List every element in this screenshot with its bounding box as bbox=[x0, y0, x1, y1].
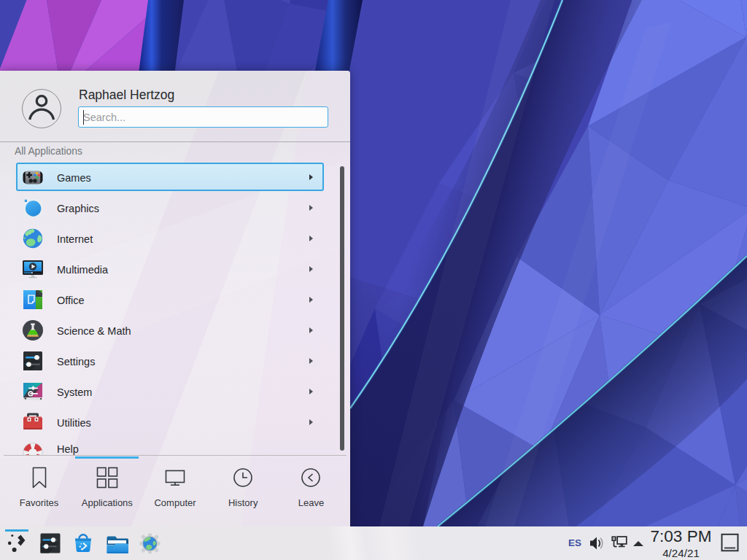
menu-item-label: Settings bbox=[57, 356, 95, 368]
submenu-arrow-icon bbox=[309, 266, 313, 272]
kickoff-header: Raphael Hertzog bbox=[0, 71, 350, 141]
submenu-arrow-icon bbox=[309, 389, 313, 394]
leave-icon bbox=[299, 466, 322, 489]
graphics-icon bbox=[21, 196, 44, 219]
menu-item-help[interactable]: Help bbox=[0, 438, 350, 456]
menu-item-label: Office bbox=[57, 295, 85, 306]
menu-item-label: Graphics bbox=[57, 203, 99, 214]
vertical-scrollbar[interactable] bbox=[340, 166, 344, 451]
menu-item-internet[interactable]: Internet bbox=[0, 223, 350, 254]
app-category-list: Games Graphics bbox=[0, 162, 350, 456]
section-label: All Applications bbox=[15, 146, 82, 157]
taskbar: ES 7:03 PM 4/24/21 bbox=[0, 526, 747, 560]
user-avatar[interactable] bbox=[22, 89, 61, 128]
menu-item-multimedia[interactable]: Multimedia bbox=[0, 254, 350, 284]
tab-favorites[interactable]: Favorites bbox=[5, 458, 73, 526]
list-bottom-separator bbox=[4, 455, 347, 456]
clock-date: 4/24/21 bbox=[646, 548, 716, 559]
submenu-arrow-icon bbox=[309, 205, 313, 211]
tab-label: History bbox=[228, 497, 258, 508]
desktop: Raphael Hertzog All Applications bbox=[0, 0, 747, 560]
menu-item-system[interactable]: System bbox=[0, 376, 350, 407]
globe-icon bbox=[21, 227, 44, 250]
menu-item-label: Help bbox=[57, 443, 79, 455]
menu-item-utilities[interactable]: Utilities bbox=[0, 407, 350, 438]
submenu-arrow-icon bbox=[309, 327, 313, 333]
computer-icon bbox=[163, 466, 187, 489]
network-icon[interactable] bbox=[611, 536, 627, 550]
submenu-arrow-icon bbox=[309, 236, 313, 241]
clock-time: 7:03 PM bbox=[646, 529, 716, 545]
clock-icon bbox=[231, 466, 255, 489]
office-icon bbox=[21, 288, 44, 311]
web-browser-task[interactable] bbox=[139, 533, 160, 554]
tab-label: Computer bbox=[154, 497, 196, 508]
science-icon bbox=[21, 319, 44, 342]
submenu-arrow-icon bbox=[309, 419, 313, 425]
show-desktop-button[interactable] bbox=[721, 533, 739, 552]
submenu-arrow-icon bbox=[309, 297, 313, 303]
menu-item-games[interactable]: Games bbox=[0, 162, 350, 192]
menu-item-settings[interactable]: Settings bbox=[0, 346, 350, 376]
header-separator bbox=[0, 141, 350, 142]
keyboard-layout-indicator[interactable]: ES bbox=[568, 537, 581, 548]
menu-item-label: Internet bbox=[57, 233, 93, 245]
menu-item-science[interactable]: Science & Math bbox=[0, 315, 350, 346]
submenu-arrow-icon bbox=[309, 174, 313, 180]
tab-applications[interactable]: Applications bbox=[73, 458, 141, 526]
menu-item-graphics[interactable]: Graphics bbox=[0, 192, 350, 223]
settings-icon bbox=[21, 349, 44, 373]
digital-clock[interactable]: 7:03 PM 4/24/21 bbox=[646, 529, 716, 559]
utilities-icon bbox=[21, 411, 44, 434]
search-box[interactable] bbox=[78, 106, 328, 128]
kickoff-tabbar: Favorites Applications Computer bbox=[5, 458, 345, 526]
volume-icon[interactable] bbox=[589, 536, 605, 551]
menu-item-office[interactable]: Office bbox=[0, 284, 350, 315]
menu-item-label: Games bbox=[57, 172, 91, 184]
tab-history[interactable]: History bbox=[209, 458, 277, 526]
bookmark-icon bbox=[28, 466, 51, 489]
file-manager-task[interactable] bbox=[106, 533, 128, 554]
application-launcher-button[interactable] bbox=[5, 532, 28, 555]
menu-item-label: System bbox=[57, 386, 92, 398]
user-name: Raphael Hertzog bbox=[79, 88, 174, 103]
app-grid-icon bbox=[96, 466, 119, 489]
multimedia-icon bbox=[21, 257, 44, 281]
tab-label: Leave bbox=[298, 497, 324, 508]
help-icon bbox=[21, 441, 44, 456]
tab-label: Favorites bbox=[20, 497, 58, 508]
application-launcher-menu: Raphael Hertzog All Applications bbox=[0, 71, 350, 526]
discover-task[interactable] bbox=[73, 533, 93, 553]
search-input[interactable] bbox=[83, 107, 317, 127]
menu-item-label: Utilities bbox=[57, 417, 91, 429]
menu-item-label: Science & Math bbox=[57, 325, 131, 337]
submenu-arrow-icon bbox=[309, 358, 313, 364]
menu-item-label: Multimedia bbox=[57, 264, 108, 276]
system-icon bbox=[21, 380, 44, 403]
tab-label: Applications bbox=[82, 497, 133, 508]
tray-expand-arrow-icon[interactable] bbox=[633, 541, 643, 546]
gamepad-icon bbox=[21, 166, 44, 189]
system-settings-task[interactable] bbox=[40, 533, 61, 553]
tab-leave[interactable]: Leave bbox=[277, 458, 345, 526]
tab-computer[interactable]: Computer bbox=[141, 458, 209, 526]
